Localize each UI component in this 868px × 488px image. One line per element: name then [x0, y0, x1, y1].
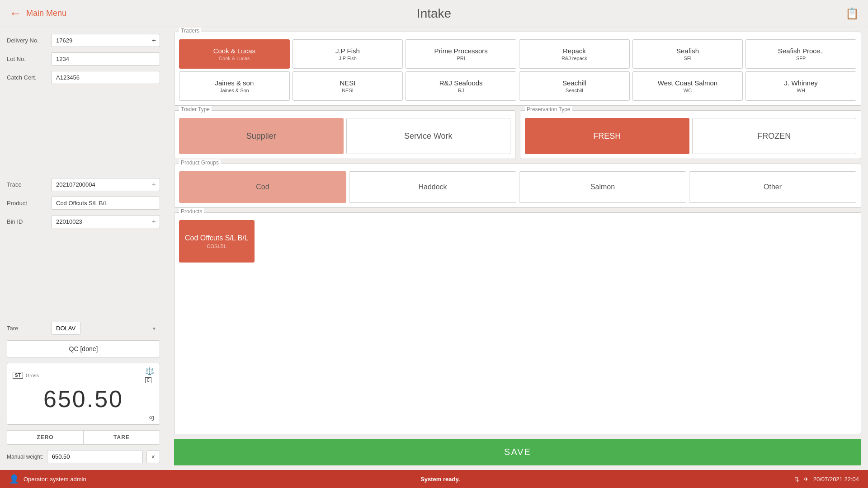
products-section: Products Cod Offcuts S/L B/L COSLBL: [174, 212, 861, 434]
manual-weight-input[interactable]: [47, 450, 143, 463]
products-label: Products: [179, 208, 204, 215]
type-frozen[interactable]: FROZEN: [692, 118, 857, 154]
page-title: Intake: [417, 6, 451, 21]
bin-label: Bin ID: [7, 218, 47, 225]
scale-icon: ⚖️0: [145, 367, 154, 384]
delivery-input-group: 17629 +: [51, 34, 160, 47]
product-groups-section: Product Groups Cod Haddock Salmon Other: [174, 164, 861, 208]
delivery-select[interactable]: 17629: [51, 34, 148, 47]
trader-cook-lucas[interactable]: Cook & Lucas Cook & Lucas: [179, 39, 290, 69]
trader-prime-processors[interactable]: Prime Processors PRI: [406, 39, 516, 69]
trace-row: Trace +: [7, 178, 160, 191]
product-groups-grid: Cod Haddock Salmon Other: [179, 169, 856, 203]
trader-type-grid: Supplier Service Work: [179, 115, 510, 154]
bin-input-group: +: [51, 215, 160, 228]
type-service-work[interactable]: Service Work: [346, 118, 511, 154]
manual-weight-row: Manual weight: ×: [7, 450, 160, 463]
trader-j-whinney[interactable]: J. Whinney WH: [745, 71, 856, 101]
sort-icon: ⇅: [794, 476, 799, 483]
trader-type-label: Trader Type: [179, 106, 212, 113]
trader-rj-seafoods[interactable]: R&J Seafoods RJ: [406, 71, 516, 101]
catch-label: Catch Cert.: [7, 74, 47, 81]
lot-row: Lot No.: [7, 52, 160, 66]
product-label: Product: [7, 200, 47, 206]
zero-tare-row: ZERO TARE: [7, 430, 160, 445]
left-panel: Delivery No. 17629 + Lot No. Catch Cert.…: [0, 27, 167, 470]
products-grid: Cod Offcuts S/L B/L COSLBL: [179, 217, 856, 263]
tare-select[interactable]: DOLAV: [51, 322, 81, 335]
trader-type-section: Trader Type Supplier Service Work: [174, 110, 515, 159]
type-row: Trader Type Supplier Service Work Preser…: [174, 110, 861, 159]
lot-label: Lot No.: [7, 56, 47, 62]
status-bar: 👤 Operator: system admin System ready. ⇅…: [0, 470, 868, 488]
save-button[interactable]: SAVE: [174, 439, 861, 465]
type-supplier[interactable]: Supplier: [179, 118, 344, 154]
trader-seachill[interactable]: Seachill Seachill: [519, 71, 630, 101]
manual-weight-label: Manual weight:: [7, 454, 43, 460]
trader-west-coast-salmon[interactable]: West Coast Salmon WC: [632, 71, 743, 101]
operator-icon: 👤: [9, 474, 19, 484]
preservation-type-grid: FRESH FROZEN: [525, 115, 856, 154]
clipboard-icon[interactable]: 📋: [845, 7, 859, 20]
datetime: 20/07/2021 22:04: [813, 476, 859, 483]
product-groups-label: Product Groups: [179, 160, 221, 166]
product-cod-offcuts[interactable]: Cod Offcuts S/L B/L COSLBL: [179, 220, 255, 263]
catch-row: Catch Cert.: [7, 71, 160, 84]
bin-row: Bin ID +: [7, 215, 160, 228]
clear-manual-button[interactable]: ×: [146, 450, 160, 463]
tare-label: Tare: [7, 325, 47, 332]
group-salmon[interactable]: Salmon: [519, 171, 686, 203]
group-other[interactable]: Other: [689, 171, 856, 203]
trader-seafish-proce[interactable]: Seafish Proce.. SFP: [745, 39, 856, 69]
status-left: 👤 Operator: system admin: [9, 474, 86, 484]
tare-row: Tare DOLAV: [7, 322, 160, 335]
right-panel: Traders Cook & Lucas Cook & Lucas J.P Fi…: [167, 27, 868, 470]
bin-add-button[interactable]: +: [148, 215, 160, 228]
lot-input[interactable]: [51, 52, 160, 66]
weight-unit: kg: [13, 414, 154, 421]
trace-input[interactable]: [51, 178, 148, 191]
header: ← Main Menu Intake 📋: [0, 0, 868, 27]
product-input[interactable]: [51, 197, 160, 210]
traders-grid: Cook & Lucas Cook & Lucas J.P Fish J.P F…: [179, 37, 856, 101]
delivery-row: Delivery No. 17629 +: [7, 34, 160, 47]
tare-select-wrap: DOLAV: [51, 322, 160, 335]
back-label: Main Menu: [26, 9, 66, 18]
trader-jaines-son[interactable]: Jaines & son Jaines & Son: [179, 71, 290, 101]
weight-st-badge: ST: [13, 372, 23, 379]
back-button[interactable]: ← Main Menu: [9, 6, 66, 21]
trader-nesi[interactable]: NESI NESI: [292, 71, 403, 101]
delivery-label: Delivery No.: [7, 37, 47, 44]
status-right: ⇅ ✈ 20/07/2021 22:04: [794, 476, 859, 483]
trader-jp-fish[interactable]: J.P Fish J.P Fish: [292, 39, 403, 69]
main-layout: Delivery No. 17629 + Lot No. Catch Cert.…: [0, 27, 868, 470]
weight-display: 650.50: [13, 384, 154, 414]
preservation-type-section: Preservation Type FRESH FROZEN: [520, 110, 861, 159]
trader-repack[interactable]: Repack R&J repack: [519, 39, 630, 69]
trace-label: Trace: [7, 181, 47, 188]
group-haddock[interactable]: Haddock: [349, 171, 516, 203]
group-cod[interactable]: Cod: [179, 171, 346, 203]
trace-add-button[interactable]: +: [148, 178, 160, 191]
zero-button[interactable]: ZERO: [7, 430, 83, 445]
back-arrow-icon: ←: [9, 6, 22, 21]
weight-area: ST Gross ⚖️0 650.50 kg: [7, 363, 160, 425]
gross-label: Gross: [26, 373, 39, 378]
trader-seafish[interactable]: Seafish SFI: [632, 39, 743, 69]
catch-input[interactable]: [51, 71, 160, 84]
traders-section: Traders Cook & Lucas Cook & Lucas J.P Fi…: [174, 32, 861, 106]
operator-label: Operator: system admin: [24, 476, 86, 483]
delivery-add-button[interactable]: +: [148, 34, 160, 47]
traders-section-label: Traders: [179, 28, 201, 34]
product-row: Product: [7, 197, 160, 210]
preservation-type-label: Preservation Type: [525, 106, 572, 113]
qc-button[interactable]: QC [done]: [7, 340, 160, 357]
trace-input-group: +: [51, 178, 160, 191]
tare-button[interactable]: TARE: [83, 430, 160, 445]
signal-icon: ✈: [804, 476, 809, 483]
system-status: System ready.: [420, 476, 460, 483]
bin-input[interactable]: [51, 215, 148, 228]
type-fresh[interactable]: FRESH: [525, 118, 689, 154]
